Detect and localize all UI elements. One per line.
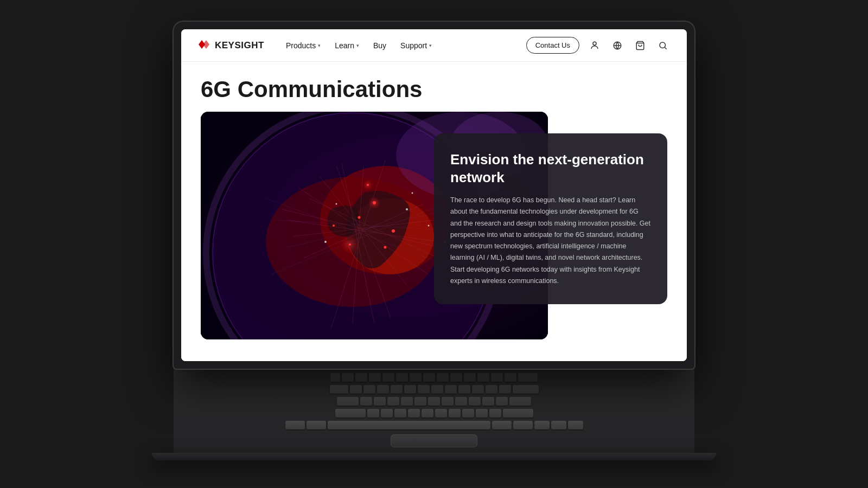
user-icon-button[interactable] bbox=[587, 38, 602, 53]
svg-point-4 bbox=[660, 42, 666, 48]
laptop-screen: KEYSIGHT Products ▾ Learn ▾ Buy bbox=[181, 29, 687, 361]
logo[interactable]: KEYSIGHT bbox=[197, 38, 264, 52]
svg-point-0 bbox=[593, 42, 596, 45]
svg-point-30 bbox=[392, 229, 395, 233]
svg-point-39 bbox=[324, 241, 327, 243]
info-card: Envision the next-generation network The… bbox=[434, 133, 667, 304]
nav-right: Contact Us bbox=[526, 37, 671, 54]
user-icon bbox=[590, 41, 599, 50]
svg-point-36 bbox=[428, 225, 430, 227]
support-chevron-icon: ▾ bbox=[429, 43, 432, 48]
svg-point-34 bbox=[333, 224, 335, 227]
nav-products-label: Products bbox=[286, 41, 316, 50]
laptop-lid: KEYSIGHT Products ▾ Learn ▾ Buy bbox=[174, 22, 694, 369]
nav-buy-label: Buy bbox=[373, 41, 386, 50]
svg-point-35 bbox=[406, 208, 408, 210]
nav-products[interactable]: Products ▾ bbox=[279, 37, 327, 54]
navbar: KEYSIGHT Products ▾ Learn ▾ Buy bbox=[181, 29, 687, 62]
globe-icon bbox=[612, 41, 622, 50]
svg-point-38 bbox=[412, 192, 413, 194]
trackpad-area bbox=[174, 434, 694, 453]
search-icon bbox=[658, 41, 668, 50]
svg-point-42 bbox=[340, 235, 360, 254]
contact-us-button[interactable]: Contact Us bbox=[526, 37, 579, 54]
cart-icon bbox=[635, 41, 645, 50]
trackpad[interactable] bbox=[391, 434, 477, 447]
globe-icon-button[interactable] bbox=[610, 38, 625, 53]
laptop-base bbox=[152, 453, 716, 460]
search-icon-button[interactable] bbox=[655, 38, 671, 53]
laptop-shell: KEYSIGHT Products ▾ Learn ▾ Buy bbox=[168, 22, 700, 466]
learn-chevron-icon: ▾ bbox=[356, 43, 359, 48]
info-card-body: The race to develop 6G has begun. Need a… bbox=[450, 195, 651, 287]
nav-support[interactable]: Support ▾ bbox=[394, 37, 438, 54]
svg-point-41 bbox=[368, 196, 381, 209]
svg-point-37 bbox=[336, 203, 337, 205]
page-title: 6G Communications bbox=[201, 77, 667, 102]
svg-point-43 bbox=[362, 179, 373, 190]
nav-buy[interactable]: Buy bbox=[367, 37, 393, 54]
info-card-title: Envision the next-generation network bbox=[450, 151, 651, 186]
keysight-logo-icon bbox=[197, 38, 212, 52]
nav-learn[interactable]: Learn ▾ bbox=[328, 37, 366, 54]
hero-section: Envision the next-generation network The… bbox=[201, 112, 667, 339]
nav-support-label: Support bbox=[400, 41, 427, 50]
main-content: 6G Communications bbox=[181, 62, 687, 361]
svg-point-32 bbox=[384, 246, 387, 249]
keyboard-deck bbox=[174, 369, 694, 453]
logo-text: KEYSIGHT bbox=[215, 40, 264, 51]
website: KEYSIGHT Products ▾ Learn ▾ Buy bbox=[181, 29, 687, 361]
svg-line-5 bbox=[665, 47, 666, 49]
svg-point-29 bbox=[358, 216, 361, 219]
cart-icon-button[interactable] bbox=[633, 38, 648, 53]
products-chevron-icon: ▾ bbox=[318, 43, 321, 48]
keyboard-area bbox=[174, 369, 694, 434]
nav-links: Products ▾ Learn ▾ Buy Support ▾ bbox=[279, 37, 526, 54]
nav-learn-label: Learn bbox=[335, 41, 354, 50]
